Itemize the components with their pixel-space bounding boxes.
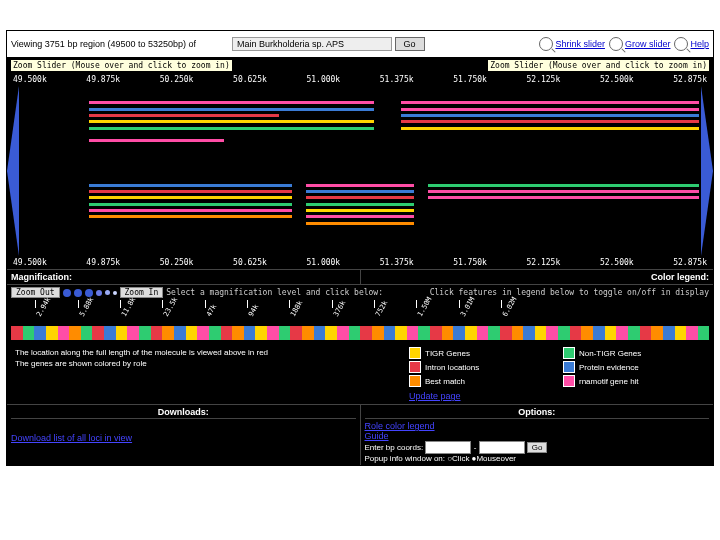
mag-tick[interactable]: 188k (289, 299, 304, 318)
overview-segment[interactable] (430, 326, 442, 340)
overview-segment[interactable] (453, 326, 465, 340)
magnification-ticks[interactable]: 2.94k5.88k11.8k23.5k47k94k188k376k752k1.… (7, 300, 713, 324)
feature-segment[interactable] (306, 184, 414, 187)
shrink-slider-link[interactable]: Shrink slider (539, 37, 605, 51)
mag-dot[interactable] (105, 290, 110, 295)
overview-segment[interactable] (209, 326, 221, 340)
feature-segment[interactable] (401, 127, 699, 130)
feature-segment[interactable] (306, 196, 414, 199)
genome-viewer[interactable] (7, 86, 713, 256)
feature-segment[interactable] (401, 101, 699, 104)
overview-segment[interactable] (314, 326, 326, 340)
feature-segment[interactable] (89, 215, 292, 218)
overview-segment[interactable] (81, 326, 93, 340)
feature-segment[interactable] (89, 108, 374, 111)
help-link[interactable]: Help (674, 37, 709, 51)
dataset-select[interactable]: Main Burkholderia sp. APS (232, 37, 392, 51)
mag-tick[interactable]: 6.02M (501, 296, 518, 318)
overview-segment[interactable] (23, 326, 35, 340)
overview-segment[interactable] (616, 326, 628, 340)
overview-segment[interactable] (535, 326, 547, 340)
overview-segment[interactable] (628, 326, 640, 340)
mag-dot[interactable] (63, 289, 71, 297)
legend-item[interactable]: Protein evidence (563, 361, 709, 373)
overview-segment[interactable] (663, 326, 675, 340)
overview-strip[interactable] (7, 324, 713, 344)
feature-segment[interactable] (89, 190, 292, 193)
overview-segment[interactable] (221, 326, 233, 340)
feature-segment[interactable] (89, 209, 292, 212)
overview-segment[interactable] (465, 326, 477, 340)
scroll-left-arrow[interactable] (7, 86, 19, 256)
feature-segment[interactable] (428, 196, 699, 199)
feature-segment[interactable] (401, 120, 699, 123)
overview-segment[interactable] (255, 326, 267, 340)
zoom-in-button[interactable]: Zoom In (120, 287, 164, 298)
overview-segment[interactable] (558, 326, 570, 340)
feature-segment[interactable] (401, 108, 699, 111)
overview-segment[interactable] (34, 326, 46, 340)
overview-segment[interactable] (651, 326, 663, 340)
overview-segment[interactable] (58, 326, 70, 340)
legend-item[interactable]: rnamotif gene hit (563, 375, 709, 387)
overview-segment[interactable] (698, 326, 710, 340)
coords-go-button[interactable]: Go (527, 442, 548, 453)
download-loci-link[interactable]: Download list of all loci in view (11, 433, 132, 443)
overview-segment[interactable] (290, 326, 302, 340)
mag-tick[interactable]: 47k (205, 303, 218, 318)
overview-segment[interactable] (267, 326, 279, 340)
overview-segment[interactable] (488, 326, 500, 340)
feature-segment[interactable] (89, 114, 279, 117)
overview-segment[interactable] (69, 326, 81, 340)
overview-segment[interactable] (523, 326, 535, 340)
feature-segment[interactable] (89, 203, 292, 206)
feature-segment[interactable] (428, 184, 699, 187)
overview-segment[interactable] (360, 326, 372, 340)
mag-tick[interactable]: 23.5k (162, 296, 179, 318)
overview-segment[interactable] (325, 326, 337, 340)
feature-segment[interactable] (306, 215, 414, 218)
mag-tick[interactable]: 5.88k (78, 296, 95, 318)
overview-segment[interactable] (418, 326, 430, 340)
overview-segment[interactable] (570, 326, 582, 340)
guide-link[interactable]: Guide (365, 431, 389, 441)
overview-segment[interactable] (349, 326, 361, 340)
overview-segment[interactable] (127, 326, 139, 340)
mag-tick[interactable]: 3.01M (459, 296, 476, 318)
overview-segment[interactable] (686, 326, 698, 340)
overview-segment[interactable] (92, 326, 104, 340)
overview-segment[interactable] (372, 326, 384, 340)
overview-segment[interactable] (244, 326, 256, 340)
legend-item[interactable]: Non-TIGR Genes (563, 347, 709, 359)
overview-segment[interactable] (104, 326, 116, 340)
mag-tick[interactable]: 2.94k (35, 296, 52, 318)
mag-dot[interactable] (74, 289, 82, 297)
feature-segment[interactable] (89, 101, 374, 104)
feature-segment[interactable] (306, 209, 414, 212)
feature-segment[interactable] (89, 184, 292, 187)
overview-segment[interactable] (546, 326, 558, 340)
popup-mode-label[interactable]: Popup info window on: ○Click ●Mouseover (365, 454, 710, 463)
overview-segment[interactable] (337, 326, 349, 340)
overview-segment[interactable] (46, 326, 58, 340)
overview-segment[interactable] (186, 326, 198, 340)
feature-segment[interactable] (401, 114, 699, 117)
zoom-out-button[interactable]: Zoom Out (11, 287, 60, 298)
overview-segment[interactable] (174, 326, 186, 340)
feature-segment[interactable] (306, 190, 414, 193)
coords-to-input[interactable] (479, 441, 525, 454)
mag-tick[interactable]: 11.8k (120, 296, 137, 318)
overview-segment[interactable] (605, 326, 617, 340)
coords-from-input[interactable] (425, 441, 471, 454)
overview-segment[interactable] (139, 326, 151, 340)
overview-segment[interactable] (442, 326, 454, 340)
overview-segment[interactable] (581, 326, 593, 340)
feature-segment[interactable] (89, 139, 225, 142)
grow-slider-link[interactable]: Grow slider (609, 37, 671, 51)
overview-segment[interactable] (151, 326, 163, 340)
overview-segment[interactable] (384, 326, 396, 340)
scroll-right-arrow[interactable] (701, 86, 713, 256)
overview-segment[interactable] (675, 326, 687, 340)
overview-segment[interactable] (593, 326, 605, 340)
mag-tick[interactable]: 376k (332, 299, 347, 318)
